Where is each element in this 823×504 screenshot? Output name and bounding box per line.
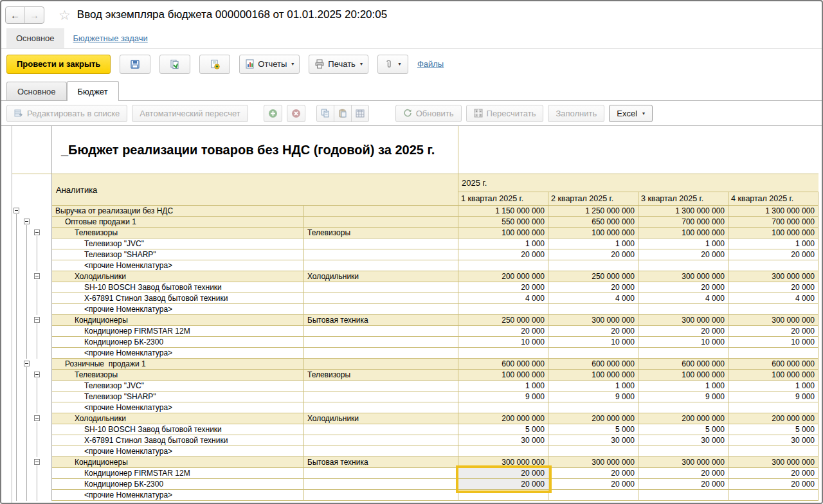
value-cell[interactable] xyxy=(548,402,638,413)
post-document-button[interactable] xyxy=(159,55,190,74)
value-cell[interactable]: 100 000 000 xyxy=(548,228,638,239)
quarter-header-cell[interactable]: 2 квартал 2025 г. xyxy=(548,192,638,206)
analytics-cell[interactable]: Телевизор "JVC" xyxy=(52,381,304,392)
tab-main[interactable]: Основное xyxy=(6,82,67,100)
value-cell[interactable]: 30 000 xyxy=(548,435,638,446)
value-cell[interactable] xyxy=(638,348,728,359)
analytics-cell[interactable]: Телевизор "SHARP" xyxy=(52,249,304,260)
value-cell[interactable]: 10 000 xyxy=(548,337,638,348)
favorite-star-icon[interactable]: ☆ xyxy=(59,8,71,22)
analytics2-cell[interactable] xyxy=(304,293,458,304)
value-cell[interactable]: 650 000 000 xyxy=(548,217,638,228)
value-cell[interactable]: 10 000 xyxy=(458,337,548,348)
analytics2-cell[interactable]: Бытовая техника xyxy=(304,315,458,326)
analytics2-cell[interactable]: Холодильники xyxy=(304,413,458,424)
value-cell[interactable]: 100 000 000 xyxy=(638,228,728,239)
value-cell[interactable] xyxy=(458,348,548,359)
value-cell[interactable] xyxy=(728,446,818,457)
value-cell[interactable] xyxy=(458,490,548,501)
analytics2-cell[interactable] xyxy=(304,424,458,435)
value-cell[interactable]: 30 000 xyxy=(638,435,728,446)
analytics2-cell[interactable] xyxy=(304,304,458,315)
collapse-button[interactable] xyxy=(24,219,30,224)
analytics2-cell[interactable]: Бытовая техника xyxy=(304,457,458,468)
value-cell[interactable]: 600 000 000 xyxy=(548,359,638,370)
analytics-cell[interactable]: X-67891 Стинол Завод бытовой техники xyxy=(52,293,304,304)
value-cell[interactable] xyxy=(638,304,728,315)
value-cell[interactable]: 20 000 xyxy=(548,326,638,337)
value-cell[interactable] xyxy=(728,402,818,413)
value-cell[interactable]: 300 000 000 xyxy=(638,315,728,326)
value-cell[interactable]: 20 000 xyxy=(638,479,728,490)
value-cell[interactable]: 20 000 xyxy=(458,326,548,337)
nav-tab-main[interactable]: Основное xyxy=(6,28,64,48)
value-cell[interactable] xyxy=(458,446,548,457)
year-header-cell[interactable]: 2025 г. xyxy=(458,174,818,192)
analytics2-cell[interactable]: Холодильники xyxy=(304,271,458,282)
analytics-cell[interactable]: <прочие Номенклатура> xyxy=(52,490,304,501)
value-cell[interactable]: 600 000 000 xyxy=(638,359,728,370)
quarter-header-cell[interactable]: 4 квартал 2025 г. xyxy=(728,192,818,206)
value-cell[interactable]: 20 000 xyxy=(458,282,548,293)
value-cell[interactable] xyxy=(548,304,638,315)
analytics2-cell[interactable] xyxy=(304,326,458,337)
value-cell[interactable]: 550 000 000 xyxy=(458,217,548,228)
value-cell[interactable] xyxy=(548,348,638,359)
value-cell[interactable]: 1 000 xyxy=(728,381,818,392)
reports-button[interactable]: Отчеты ▾ xyxy=(239,55,300,74)
paste-button[interactable] xyxy=(334,105,352,122)
value-cell[interactable]: 30 000 xyxy=(728,435,818,446)
analytics-cell[interactable]: Кондиционеры xyxy=(52,457,304,468)
analytics-cell[interactable]: SH-10 BOSCH Завод бытовой техники xyxy=(52,424,304,435)
analytics-cell[interactable]: <прочие Номенклатура> xyxy=(52,348,304,359)
analytics-cell[interactable]: Кондиционеры xyxy=(52,315,304,326)
analytics-cell[interactable]: <прочие Номенклатура> xyxy=(52,260,304,271)
add-row-button[interactable] xyxy=(264,105,282,122)
analytics-cell[interactable]: Оптовые продажи 1 xyxy=(52,217,304,228)
analytics2-cell[interactable] xyxy=(304,490,458,501)
value-cell[interactable]: 700 000 000 xyxy=(638,217,728,228)
value-cell[interactable]: 4 000 xyxy=(728,293,818,304)
analytics2-cell[interactable] xyxy=(304,249,458,260)
attachments-button[interactable]: ▾ xyxy=(377,55,408,74)
value-cell[interactable]: 100 000 000 xyxy=(728,370,818,381)
value-cell[interactable] xyxy=(638,402,728,413)
quarter-header-cell[interactable]: 1 квартал 2025 г. xyxy=(458,192,548,206)
value-cell[interactable]: 1 150 000 000 xyxy=(458,206,548,217)
collapse-button[interactable] xyxy=(14,208,19,213)
value-cell[interactable] xyxy=(638,490,728,501)
analytics-cell[interactable]: <прочие Номенклатура> xyxy=(52,402,304,413)
value-cell[interactable]: 5 000 xyxy=(458,424,548,435)
analytics-header-cell[interactable]: Аналитика xyxy=(52,174,458,206)
value-cell[interactable] xyxy=(638,446,728,457)
value-cell[interactable]: 20 000 xyxy=(548,282,638,293)
value-cell[interactable] xyxy=(548,446,638,457)
value-cell[interactable]: 4 000 xyxy=(548,293,638,304)
value-cell[interactable]: 20 000 xyxy=(548,479,638,490)
value-cell[interactable]: 20 000 xyxy=(638,282,728,293)
value-cell[interactable]: 1 000 xyxy=(728,239,818,249)
value-cell[interactable]: 20 000 xyxy=(458,249,548,260)
value-cell[interactable] xyxy=(638,260,728,271)
analytics-cell[interactable]: Розничные продажи 1 xyxy=(52,359,304,370)
collapse-button[interactable] xyxy=(34,459,40,465)
value-cell[interactable]: 200 000 000 xyxy=(728,413,818,424)
value-cell[interactable]: 300 000 000 xyxy=(638,271,728,282)
post-and-close-button[interactable]: Провести и закрыть xyxy=(6,55,111,74)
value-cell[interactable]: 250 000 000 xyxy=(458,315,548,326)
nav-link-budget-tasks[interactable]: Бюджетные задачи xyxy=(73,28,148,48)
post-close-icon-button[interactable] xyxy=(199,55,230,74)
analytics2-cell[interactable] xyxy=(304,348,458,359)
analytics-cell[interactable]: Телевизоры xyxy=(52,370,304,381)
copy-button[interactable] xyxy=(316,105,334,122)
collapse-button[interactable] xyxy=(34,273,40,279)
tab-budget[interactable]: Бюджет xyxy=(67,81,119,101)
analytics2-cell[interactable] xyxy=(304,337,458,348)
value-cell[interactable] xyxy=(728,490,818,501)
value-cell[interactable]: 20 000 xyxy=(458,468,548,479)
value-cell[interactable]: 9 000 xyxy=(548,392,638,402)
value-cell[interactable]: 9 000 xyxy=(638,392,728,402)
value-cell[interactable]: 300 000 000 xyxy=(728,315,818,326)
value-cell[interactable] xyxy=(728,348,818,359)
table-mode-button[interactable] xyxy=(351,105,369,122)
